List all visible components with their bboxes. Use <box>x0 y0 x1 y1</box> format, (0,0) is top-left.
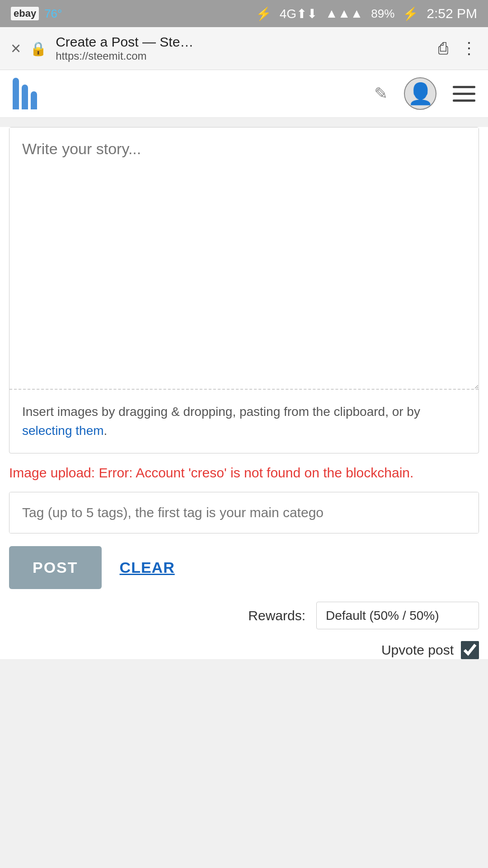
error-message: Image upload: Error: Account 'creso' is … <box>9 462 479 483</box>
hamburger-line-3 <box>453 99 475 102</box>
header-actions: ✎ 👤 <box>374 77 475 110</box>
image-hint-suffix: . <box>104 424 108 438</box>
tag-input[interactable] <box>9 492 479 533</box>
upvote-row: Upvote post <box>9 641 479 659</box>
action-row: POST CLEAR <box>9 546 479 589</box>
image-hint: Insert images by dragging & dropping, pa… <box>9 392 479 453</box>
wave-1 <box>13 78 19 109</box>
post-button[interactable]: POST <box>9 546 102 589</box>
image-hint-text: Insert images by dragging & dropping, pa… <box>22 405 420 419</box>
browser-lock-icon: 🔒 <box>30 41 47 57</box>
story-editor[interactable] <box>9 127 479 390</box>
hamburger-line-2 <box>453 93 475 95</box>
status-left: ebay 76° <box>11 7 62 21</box>
editor-container: Insert images by dragging & dropping, pa… <box>9 127 479 453</box>
hamburger-menu[interactable] <box>453 86 475 102</box>
current-time: 2:52 PM <box>427 6 477 21</box>
select-images-link[interactable]: selecting them <box>22 424 104 438</box>
more-options-icon[interactable]: ⋮ <box>461 39 477 58</box>
battery-indicator: 89% <box>371 7 394 21</box>
browser-url-area[interactable]: Create a Post — Ste… https://steemit.com <box>56 34 429 62</box>
browser-actions: ⎙ ⋮ <box>438 39 477 58</box>
status-temperature: 76° <box>44 7 62 21</box>
status-bar: ebay 76° ⚡ 4G⬆⬇ ▲▲▲ 89% ⚡ 2:52 PM <box>0 0 488 27</box>
rewards-row: Rewards: Default (50% / 50%) Power Up 10… <box>9 602 479 634</box>
user-avatar-icon: 👤 <box>408 81 433 106</box>
browser-close-button[interactable]: × <box>11 39 21 58</box>
bluetooth-icon: ⚡ <box>256 6 272 21</box>
rewards-label: Rewards: <box>248 608 305 623</box>
wave-3 <box>31 91 37 109</box>
charging-icon: ⚡ <box>403 6 418 21</box>
clear-button[interactable]: CLEAR <box>120 559 175 576</box>
avatar[interactable]: 👤 <box>404 77 436 110</box>
upvote-checkbox[interactable] <box>461 641 479 659</box>
steemit-logo <box>13 78 37 109</box>
hamburger-line-1 <box>453 86 475 88</box>
signal-icon: ▲▲▲ <box>325 6 363 21</box>
rewards-select[interactable]: Default (50% / 50%) Power Up 100% Declin… <box>316 602 479 629</box>
pencil-icon[interactable]: ✎ <box>374 84 388 103</box>
status-right: ⚡ 4G⬆⬇ ▲▲▲ 89% ⚡ 2:52 PM <box>256 6 477 21</box>
main-content: Insert images by dragging & dropping, pa… <box>0 127 488 659</box>
logo-waves <box>13 78 37 109</box>
tag-input-container <box>9 492 479 533</box>
wave-2 <box>22 85 28 109</box>
browser-bar: × 🔒 Create a Post — Ste… https://steemit… <box>0 27 488 70</box>
status-app-label: ebay <box>11 7 39 20</box>
upvote-label: Upvote post <box>381 642 454 658</box>
share-icon[interactable]: ⎙ <box>438 39 448 58</box>
app-header: ✎ 👤 <box>0 70 488 118</box>
browser-url: https://steemit.com <box>56 50 429 62</box>
browser-page-title: Create a Post — Ste… <box>56 34 429 50</box>
network-icon: 4G⬆⬇ <box>280 6 317 21</box>
